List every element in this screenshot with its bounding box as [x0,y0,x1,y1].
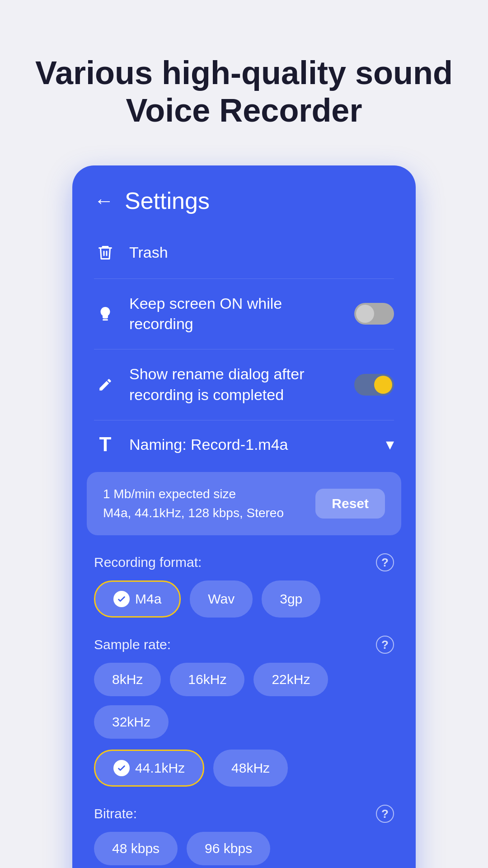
rate-441khz-button[interactable]: 44.1kHz [94,750,204,787]
rate-16khz-button[interactable]: 16kHz [170,663,244,696]
m4a-check-icon [113,591,130,607]
back-button[interactable]: ← [94,191,114,211]
trash-label: Trash [129,242,394,263]
trash-row[interactable]: Trash [72,231,416,275]
rate-48khz-button[interactable]: 48kHz [213,750,288,787]
settings-title: Settings [125,187,210,214]
bitrate-48-button[interactable]: 48 kbps [94,832,178,865]
bitrate-96-button[interactable]: 96 kbps [187,832,270,865]
recording-format-label: Recording format: ? [72,542,416,577]
format-m4a-button[interactable]: M4a [94,580,181,618]
naming-icon: T [94,433,117,456]
rename-dialog-row[interactable]: Show rename dialog after recording is co… [72,353,416,416]
rate-22khz-button[interactable]: 22kHz [253,663,328,696]
format-3gp-button[interactable]: 3gp [262,580,320,618]
keep-screen-toggle[interactable] [354,303,394,325]
edit-icon [94,373,117,396]
format-wav-button[interactable]: Wav [190,580,253,618]
info-card: 1 Mb/min expected size M4a, 44.1kHz, 128… [87,472,401,535]
rate-32khz-button[interactable]: 32kHz [94,705,169,739]
page-title: Various high-quality sound Voice Recorde… [8,54,480,129]
sample-rate-options-row1: 8kHz 16kHz 22kHz 32kHz [72,659,416,746]
rename-dialog-label: Show rename dialog after recording is co… [129,364,342,406]
bulb-icon [94,302,117,325]
sample-rate-label: Sample rate: ? [72,625,416,659]
rename-dialog-toggle[interactable] [354,374,394,396]
keep-screen-row[interactable]: Keep screen ON while recording [72,283,416,346]
divider-3 [94,420,394,420]
bitrate-label: Bitrate: ? [72,794,416,828]
naming-label: Naming: Record-1.m4a [129,436,373,453]
trash-icon [94,241,117,264]
divider-1 [94,278,394,279]
phone-card: ← Settings Trash Keep screen ON while re… [72,165,416,868]
naming-dropdown-arrow: ▾ [386,435,394,454]
settings-header: ← Settings [72,165,416,231]
441khz-check-icon [113,760,130,776]
info-text: 1 Mb/min expected size M4a, 44.1kHz, 128… [103,485,284,523]
bitrate-options-row1: 48 kbps 96 kbps 128 kbps [72,828,416,868]
sample-rate-help[interactable]: ? [376,636,394,654]
sample-rate-options-row2: 44.1kHz 48kHz [72,746,416,794]
bitrate-help[interactable]: ? [376,805,394,823]
keep-screen-label: Keep screen ON while recording [129,293,342,335]
reset-button[interactable]: Reset [315,489,385,519]
recording-format-options: M4a Wav 3gp [72,577,416,625]
divider-2 [94,349,394,349]
rate-8khz-button[interactable]: 8kHz [94,663,161,696]
recording-format-help[interactable]: ? [376,553,394,571]
naming-row[interactable]: T Naming: Record-1.m4a ▾ [72,424,416,465]
